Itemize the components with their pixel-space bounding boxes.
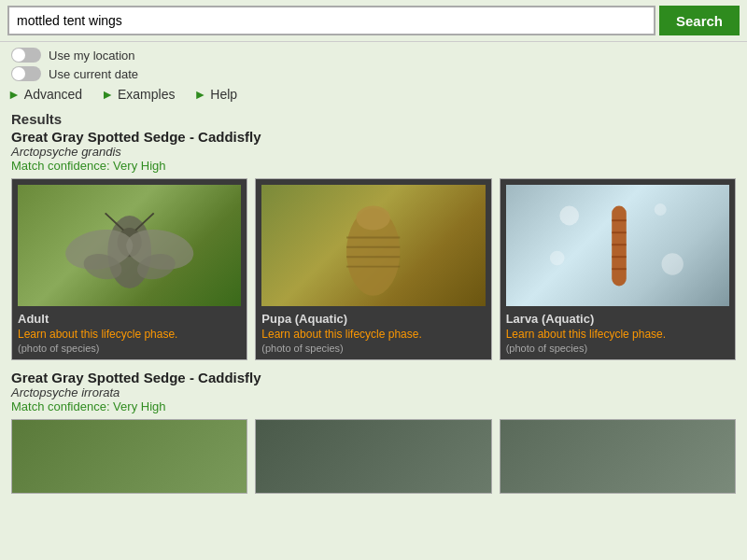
card-link-larva[interactable]: Learn about this lifecycle phase. bbox=[506, 328, 729, 341]
location-toggle-knob bbox=[12, 49, 25, 62]
card-link-pupa[interactable]: Learn about this lifecycle phase. bbox=[261, 328, 485, 341]
search-button[interactable]: Search bbox=[659, 6, 740, 35]
card-adult: Adult Learn about this lifecycle phase. … bbox=[11, 178, 247, 360]
svg-rect-18 bbox=[612, 205, 627, 286]
card-larva: Larva (Aquatic) Learn about this lifecyc… bbox=[500, 178, 736, 360]
location-toggle[interactable] bbox=[11, 48, 41, 63]
species-title-1: Great Gray Spotted Sedge - Caddisfly bbox=[11, 370, 736, 385]
card-image-adult bbox=[18, 185, 241, 306]
card-photo-larva: (photo of species) bbox=[506, 343, 729, 354]
species-scientific-0: Arctopsyche grandis bbox=[11, 145, 736, 159]
svg-point-17 bbox=[661, 253, 683, 274]
card-bottom-0 bbox=[11, 419, 247, 494]
card-image-pupa bbox=[261, 185, 485, 306]
examples-link[interactable]: ► Examples bbox=[101, 87, 175, 102]
card-stage-larva: Larva (Aquatic) bbox=[506, 312, 729, 326]
search-input[interactable] bbox=[7, 6, 655, 35]
result-item-0: Great Gray Spotted Sedge - Caddisfly Arc… bbox=[11, 129, 736, 360]
svg-point-15 bbox=[654, 203, 666, 216]
search-bar: Search bbox=[0, 0, 747, 42]
svg-point-14 bbox=[559, 205, 579, 225]
species-title-0: Great Gray Spotted Sedge - Caddisfly bbox=[11, 129, 736, 145]
help-link[interactable]: ► Help bbox=[193, 87, 237, 102]
cards-container-0: Adult Learn about this lifecycle phase. … bbox=[11, 178, 736, 360]
location-toggle-label: Use my location bbox=[49, 49, 134, 63]
card-link-adult[interactable]: Learn about this lifecycle phase. bbox=[18, 328, 241, 341]
larva-insect-svg bbox=[517, 191, 718, 301]
match-confidence-0: Match confidence: Very High bbox=[11, 159, 736, 173]
card-bottom-2 bbox=[500, 419, 736, 494]
result-item-1: Great Gray Spotted Sedge - Caddisfly Arc… bbox=[11, 370, 736, 494]
date-toggle-label: Use current date bbox=[49, 67, 138, 81]
card-image-larva bbox=[506, 185, 729, 306]
card-pupa: Pupa (Aquatic) Learn about this lifecycl… bbox=[255, 178, 491, 360]
nav-links: ► Advanced ► Examples ► Help bbox=[0, 83, 747, 107]
card-bottom-1 bbox=[255, 419, 491, 494]
location-toggle-item[interactable]: Use my location bbox=[11, 48, 736, 63]
species-scientific-1: Arctopsyche irrorata bbox=[11, 385, 736, 399]
adult-insect-svg bbox=[29, 191, 230, 301]
examples-label: Examples bbox=[118, 87, 175, 102]
pupa-insect-svg bbox=[273, 191, 473, 301]
card-stage-adult: Adult bbox=[18, 312, 241, 326]
match-confidence-1: Match confidence: Very High bbox=[11, 399, 736, 413]
advanced-label: Advanced bbox=[24, 87, 82, 102]
card-photo-pupa: (photo of species) bbox=[261, 343, 485, 354]
date-toggle-item[interactable]: Use current date bbox=[11, 66, 736, 81]
cards-container-1 bbox=[11, 419, 736, 494]
advanced-chevron-icon: ► bbox=[7, 87, 21, 102]
date-toggle[interactable] bbox=[11, 66, 41, 81]
date-toggle-knob bbox=[12, 67, 25, 80]
help-label: Help bbox=[210, 87, 237, 102]
card-photo-adult: (photo of species) bbox=[18, 343, 241, 354]
svg-point-16 bbox=[550, 250, 565, 265]
help-chevron-icon: ► bbox=[193, 87, 206, 102]
toggle-row: Use my location Use current date bbox=[0, 42, 747, 83]
card-stage-pupa: Pupa (Aquatic) bbox=[261, 312, 485, 326]
examples-chevron-icon: ► bbox=[101, 87, 114, 102]
results-section: Results Great Gray Spotted Sedge - Caddi… bbox=[0, 107, 747, 497]
advanced-link[interactable]: ► Advanced bbox=[7, 87, 82, 102]
svg-point-13 bbox=[357, 205, 390, 230]
results-heading: Results bbox=[11, 111, 736, 127]
